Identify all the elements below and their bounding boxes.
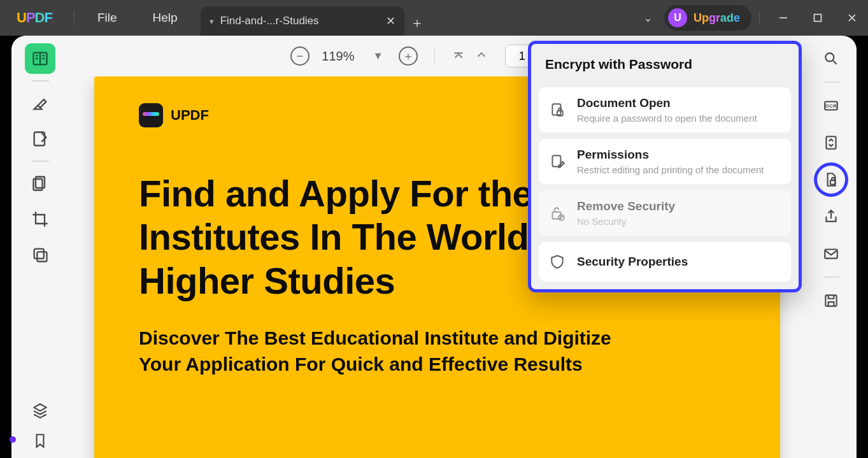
title-bar: UPDF File Help ▾ Find-and-...r-Studies ✕… xyxy=(0,0,868,36)
prev-page-button[interactable] xyxy=(474,48,488,64)
highlight-tool-button[interactable] xyxy=(25,88,55,118)
option-document-open[interactable]: Document Open Require a password to open… xyxy=(539,87,791,132)
window-maximize-button[interactable] xyxy=(802,0,834,36)
search-button[interactable] xyxy=(817,45,845,73)
toolbar-separator xyxy=(434,47,435,66)
minimize-icon xyxy=(778,13,788,23)
convert-button[interactable] xyxy=(817,129,845,157)
search-icon xyxy=(823,50,839,67)
option-subtitle: Restrict editing and printing of the doc… xyxy=(577,164,764,175)
title-right: ⌄ U Upgrade xyxy=(635,0,868,36)
save-button[interactable] xyxy=(817,287,845,315)
divider xyxy=(759,11,760,25)
stack-icon xyxy=(31,246,49,264)
option-security-properties[interactable]: Security Properties xyxy=(539,242,791,282)
avatar: U xyxy=(668,8,687,27)
svg-rect-11 xyxy=(830,180,836,185)
rail-separator xyxy=(31,161,49,162)
zoom-value: 119% xyxy=(318,49,358,64)
zoom-dropdown-icon[interactable]: ▼ xyxy=(367,50,390,62)
tab-close-icon[interactable]: ✕ xyxy=(386,14,395,28)
watermark-tool-button[interactable] xyxy=(25,240,55,270)
rail-separator xyxy=(823,276,839,278)
bookmark-icon xyxy=(32,433,48,449)
pages-tool-button[interactable] xyxy=(25,168,55,199)
svg-rect-6 xyxy=(37,252,46,261)
upgrade-button[interactable]: U Upgrade xyxy=(664,5,751,31)
encrypt-panel-title: Encrypt with Password xyxy=(539,54,791,81)
edit-tool-button[interactable] xyxy=(25,124,55,154)
svg-rect-5 xyxy=(34,249,44,259)
crop-icon xyxy=(31,210,49,228)
svg-rect-14 xyxy=(552,104,560,115)
app-logo: UPDF xyxy=(17,10,52,26)
tab-title: Find-and-...r-Studies xyxy=(220,15,319,27)
doc-subheading: Discover The Best Educational Institute … xyxy=(139,326,736,377)
rail-separator xyxy=(31,80,49,82)
share-button[interactable] xyxy=(817,203,845,231)
doc-lock-icon xyxy=(546,99,568,121)
save-icon xyxy=(823,292,839,309)
edit-page-icon xyxy=(31,130,49,148)
chevron-up-icon xyxy=(474,48,488,62)
email-button[interactable] xyxy=(817,240,845,268)
svg-point-7 xyxy=(825,53,834,61)
option-title: Remove Security xyxy=(577,199,675,213)
svg-rect-12 xyxy=(825,250,837,259)
zoom-in-button[interactable]: ＋ xyxy=(399,47,418,66)
shield-icon xyxy=(546,251,568,273)
maximize-icon xyxy=(813,13,823,23)
first-page-button[interactable] xyxy=(452,48,466,64)
crop-tool-button[interactable] xyxy=(25,204,55,234)
pages-icon xyxy=(31,175,49,192)
layers-button[interactable] xyxy=(32,402,48,421)
upgrade-label: Upgrade xyxy=(694,11,740,25)
mail-icon xyxy=(823,245,839,262)
option-subtitle: Require a password to open the document xyxy=(577,113,757,124)
ocr-icon: OCR xyxy=(823,97,839,114)
window-close-button[interactable] xyxy=(836,0,868,36)
rail-separator xyxy=(823,82,839,83)
tabs-overflow-icon[interactable]: ⌄ xyxy=(635,11,662,25)
zoom-out-button[interactable]: − xyxy=(290,47,309,66)
divider xyxy=(74,11,75,25)
right-rail: OCR xyxy=(806,36,857,458)
layers-icon xyxy=(32,402,48,419)
doc-edit-icon xyxy=(546,151,568,173)
tab-flag-icon: ▾ xyxy=(210,17,214,26)
close-icon xyxy=(847,13,857,23)
option-subtitle: No Security xyxy=(577,216,675,227)
doc-brand-icon xyxy=(139,103,163,127)
option-title: Permissions xyxy=(577,148,764,162)
tab-add-button[interactable]: ＋ xyxy=(404,10,430,36)
svg-text:OCR: OCR xyxy=(825,103,837,109)
option-title: Document Open xyxy=(577,96,757,110)
protect-button[interactable] xyxy=(817,166,845,194)
left-rail xyxy=(11,36,69,458)
svg-rect-0 xyxy=(815,15,822,22)
convert-icon xyxy=(823,134,839,151)
file-lock-icon xyxy=(823,171,839,188)
svg-rect-13 xyxy=(825,295,836,306)
option-permissions[interactable]: Permissions Restrict editing and printin… xyxy=(539,139,791,184)
window-minimize-button[interactable] xyxy=(767,0,799,36)
share-icon xyxy=(823,208,839,225)
reader-icon xyxy=(31,50,49,68)
tabs-zone: ▾ Find-and-...r-Studies ✕ ＋ xyxy=(201,0,635,36)
reader-mode-button[interactable] xyxy=(25,43,55,74)
ocr-button[interactable]: OCR xyxy=(817,92,845,120)
bookmark-button[interactable] xyxy=(32,433,48,452)
encrypt-panel: Encrypt with Password Document Open Requ… xyxy=(528,41,802,292)
chevron-top-icon xyxy=(452,48,466,62)
left-rail-bottom xyxy=(11,402,69,452)
option-title: Security Properties xyxy=(577,255,688,269)
menu-file[interactable]: File xyxy=(80,11,135,25)
menu-help[interactable]: Help xyxy=(135,11,196,25)
work-area: − 119% ▼ ＋ / 30 UPDF Find xyxy=(11,36,857,458)
document-tab[interactable]: ▾ Find-and-...r-Studies ✕ xyxy=(201,6,404,36)
highlighter-icon xyxy=(31,94,49,112)
lock-remove-icon xyxy=(546,203,568,224)
option-remove-security: Remove Security No Security xyxy=(539,190,791,236)
doc-brand-text: UPDF xyxy=(171,107,209,124)
